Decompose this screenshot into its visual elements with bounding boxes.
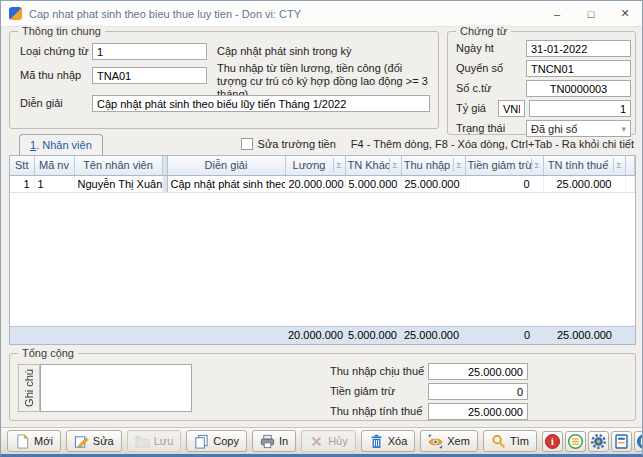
- bottom-toolbar: Mới Sửa Lưu Copy In Hủy Xóa Xem: [1, 427, 642, 454]
- maximize-button[interactable]: □: [574, 1, 608, 26]
- grid-column-header[interactable]: TN tính thuếΣ: [543, 156, 625, 175]
- deduction-input[interactable]: [428, 383, 528, 400]
- edit-icon: [74, 434, 89, 449]
- table-row[interactable]: 1 1 Nguyễn Thị Xuân Cập nhật phát sinh t…: [10, 175, 635, 192]
- status-dropdown[interactable]: Đã ghi sổ ▾: [526, 120, 631, 137]
- assessable-income-input[interactable]: [428, 403, 528, 420]
- save-button: Lưu: [127, 430, 182, 452]
- note-label-cell: Ghi chú: [18, 364, 40, 412]
- exchange-rate-input[interactable]: [529, 100, 631, 117]
- close-button[interactable]: ✕: [608, 1, 642, 26]
- status-label: Trạng thái: [456, 120, 505, 137]
- doc-number-label: Số c.từ: [456, 80, 492, 97]
- grid-cell-stt[interactable]: 1: [10, 175, 34, 192]
- doc-number-input[interactable]: [526, 80, 631, 97]
- chevron-down-icon: ▾: [621, 124, 626, 134]
- grid-totals-table: 20.000.000 5.000.000 25.000.000 0 25.000…: [10, 326, 635, 345]
- grid-column-header[interactable]: Tên nhân viên: [74, 156, 162, 175]
- grid-empty-area[interactable]: [10, 193, 635, 326]
- print-button[interactable]: In: [252, 430, 296, 452]
- first-record-icon: [636, 433, 643, 450]
- window-title: Cap nhat phat sinh theo bieu thue luy ti…: [29, 8, 301, 20]
- deduction-label: Tiền giảm trừ: [330, 383, 395, 400]
- grid-options-row: Sửa trường tiền F4 - Thêm dòng, F8 - Xóa…: [241, 138, 634, 150]
- grid-cell-employee-name[interactable]: Nguyễn Thị Xuân: [74, 175, 162, 192]
- exchange-rate-label: Tỷ giá: [456, 100, 486, 117]
- grid-cell-taxable-income[interactable]: 25.000.000: [543, 175, 625, 192]
- gear-icon: [590, 433, 607, 450]
- employee-grid: Stt Mã nv Tên nhân viên Diễn giải LươngΣ…: [9, 155, 636, 345]
- delete-trash-icon: [369, 434, 384, 449]
- grid-column-header[interactable]: TN KhácΣ: [345, 156, 401, 175]
- grid-column-header[interactable]: Diễn giải: [167, 156, 285, 175]
- total-salary: 20.000.000: [285, 326, 345, 344]
- edit-money-field-checkbox[interactable]: [241, 138, 253, 150]
- income-code-input[interactable]: [92, 67, 207, 84]
- doc-type-label: Loại chứng từ: [20, 43, 89, 60]
- grid-column-header[interactable]: Thu nhậpΣ: [401, 156, 465, 175]
- info-icon: i: [545, 434, 560, 449]
- delete-button[interactable]: Xóa: [361, 430, 416, 452]
- total-deduction: 0: [465, 326, 543, 344]
- edit-button[interactable]: Sửa: [66, 430, 122, 452]
- posting-date-label: Ngày ht: [456, 40, 494, 57]
- copy-icon: [194, 434, 209, 449]
- new-document-icon: [15, 434, 30, 449]
- list-icon: [567, 433, 584, 450]
- currency-input[interactable]: [498, 100, 525, 117]
- record-nav-group: i ?: [542, 431, 643, 452]
- document-group: Chứng từ Ngày ht Quyển số Số c.từ Tỷ giá…: [447, 31, 636, 135]
- settings-button[interactable]: [588, 431, 609, 452]
- document-group-label: Chứng từ: [456, 25, 511, 37]
- sum-filter-icon[interactable]: Σ: [389, 158, 401, 172]
- view-eye-icon: [428, 434, 443, 449]
- doc-type-description: Cập nhật phát sinh trong kỳ: [217, 45, 352, 58]
- sum-filter-icon[interactable]: Σ: [333, 158, 345, 172]
- minimize-button[interactable]: –: [540, 1, 574, 26]
- sum-filter-icon[interactable]: Σ: [613, 158, 625, 172]
- summary-group: Tổng cộng Ghi chú Thu nhập chịu thuế Tiề…: [9, 353, 636, 421]
- print-icon: [260, 434, 275, 449]
- note-textarea[interactable]: [40, 364, 192, 412]
- book-number-label: Quyển số: [456, 60, 503, 77]
- report-icon: [613, 433, 630, 450]
- sum-filter-icon[interactable]: Σ: [531, 158, 543, 172]
- note-label: Ghi chú: [23, 369, 35, 407]
- first-record-button[interactable]: [634, 431, 643, 452]
- posting-date-input[interactable]: [526, 40, 631, 57]
- save-icon: [135, 434, 150, 449]
- app-icon: [9, 7, 22, 20]
- grid-column-header[interactable]: Tiền giảm trừΣ: [465, 156, 543, 175]
- sum-filter-icon[interactable]: Σ: [453, 158, 465, 172]
- taxable-income-input[interactable]: [428, 363, 528, 380]
- total-income: 25.000.000: [401, 326, 465, 344]
- grid-cell-description[interactable]: Cập nhật phát sinh theo biể: [167, 175, 285, 192]
- description-input[interactable]: [92, 95, 430, 112]
- copy-button[interactable]: Copy: [186, 430, 247, 452]
- view-button[interactable]: Xem: [420, 430, 478, 452]
- new-button[interactable]: Mới: [7, 430, 61, 452]
- doc-type-input[interactable]: [92, 43, 207, 60]
- list-button[interactable]: [565, 431, 586, 452]
- info-button[interactable]: i: [542, 431, 563, 452]
- total-other-income: 5.000.000: [345, 326, 401, 344]
- tab-employees[interactable]: 1. Nhân viên: [19, 134, 103, 155]
- report-button[interactable]: [611, 431, 632, 452]
- grid-cell-other-income[interactable]: 5.000.000: [345, 175, 401, 192]
- find-button[interactable]: Tìm: [483, 430, 537, 452]
- grid-column-header[interactable]: LươngΣ: [285, 156, 345, 175]
- book-number-input[interactable]: [526, 60, 631, 77]
- grid-column-header[interactable]: Stt: [10, 156, 34, 175]
- grid-cell-employee-code[interactable]: 1: [34, 175, 74, 192]
- status-value: Đã ghi sổ: [531, 123, 577, 135]
- grid-cell-salary[interactable]: 20.000.000: [285, 175, 345, 192]
- grid-header-row: Stt Mã nv Tên nhân viên Diễn giải LươngΣ…: [10, 156, 635, 175]
- grid-column-header[interactable]: Mã nv: [34, 156, 74, 175]
- taxable-income-label: Thu nhập chịu thuế: [330, 363, 424, 380]
- assessable-income-label: Thu nhập tính thuế: [330, 403, 422, 420]
- summary-group-label: Tổng cộng: [18, 347, 78, 359]
- grid-cell-deduction[interactable]: 0: [465, 175, 543, 192]
- grid-cell-income[interactable]: 25.000.000: [401, 175, 465, 192]
- edit-money-field-label: Sửa trường tiền: [258, 138, 336, 150]
- search-icon: [491, 434, 506, 449]
